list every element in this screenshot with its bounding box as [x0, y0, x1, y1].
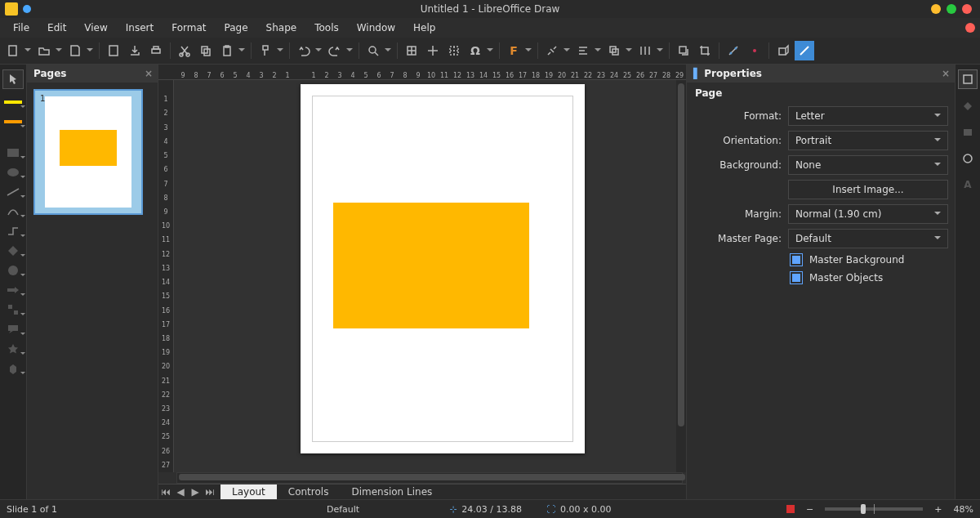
sidebar-tab-gallery[interactable] — [959, 123, 977, 141]
helplines-button[interactable] — [444, 41, 464, 60]
symbol-shapes-tool[interactable] — [3, 264, 23, 277]
status-layer[interactable]: Default — [327, 504, 359, 515]
properties-section-page[interactable]: Page — [687, 83, 955, 104]
zoom-slider[interactable] — [825, 507, 923, 511]
status-slide[interactable]: Slide 1 of 1 — [7, 504, 57, 515]
copy-button[interactable] — [196, 41, 216, 60]
export-pdf-button[interactable] — [104, 41, 123, 60]
basic-shapes-tool[interactable] — [3, 244, 23, 257]
flowchart-tool[interactable] — [3, 303, 23, 316]
grid-button[interactable] — [402, 41, 421, 60]
arrow-shapes-tool[interactable] — [3, 284, 23, 297]
svg-point-15 — [735, 47, 737, 50]
fill-color-tool[interactable] — [3, 115, 23, 128]
rectangle-shape[interactable] — [333, 203, 529, 328]
sidebar-tab-navigator[interactable] — [959, 150, 977, 167]
sidebar-tab-styles[interactable]: A — [959, 176, 977, 194]
callout-tool[interactable] — [3, 323, 23, 336]
undo-button[interactable] — [294, 41, 323, 60]
first-page-button[interactable]: ⏮ — [158, 485, 173, 499]
close-document-button[interactable] — [965, 23, 975, 33]
toggle-point-edit-button[interactable] — [724, 41, 743, 60]
sidebar-tab-properties[interactable] — [958, 69, 978, 89]
snap-guides-button[interactable] — [423, 41, 443, 60]
toggle-extrusion-button[interactable] — [773, 41, 793, 60]
minimize-button[interactable] — [931, 4, 941, 14]
format-select[interactable]: Letter — [788, 106, 948, 126]
paste-button[interactable] — [217, 41, 247, 60]
menu-window[interactable]: Window — [349, 20, 403, 36]
connector-tool[interactable] — [3, 225, 23, 238]
master-objects-checkbox[interactable] — [790, 271, 803, 284]
orientation-select[interactable]: Portrait — [788, 131, 948, 150]
arrange-button[interactable] — [604, 41, 634, 60]
gluepoints-button[interactable] — [745, 41, 764, 60]
status-signature-icon[interactable] — [786, 505, 795, 513]
open-button[interactable] — [34, 41, 64, 60]
zoom-button[interactable] — [363, 41, 393, 60]
distribute-button[interactable] — [635, 41, 665, 60]
maximize-button[interactable] — [947, 4, 956, 14]
next-page-button[interactable]: ▶ — [188, 485, 203, 499]
redo-button[interactable] — [325, 41, 354, 60]
prev-page-button[interactable]: ◀ — [173, 485, 188, 499]
fontwork-button[interactable]: F — [504, 41, 533, 60]
insert-image-button[interactable]: Insert Image... — [788, 180, 948, 199]
stars-tool[interactable] — [3, 342, 23, 355]
sidebar-tab-shapes[interactable] — [959, 97, 977, 115]
print-button[interactable] — [146, 41, 166, 60]
select-tool[interactable] — [2, 69, 24, 89]
close-properties-button[interactable]: × — [942, 68, 950, 79]
clone-formatting-button[interactable] — [256, 41, 285, 60]
3d-objects-tool[interactable] — [3, 362, 23, 375]
menu-help[interactable]: Help — [405, 20, 443, 36]
background-select[interactable]: None — [788, 155, 948, 175]
show-draw-functions-button[interactable] — [795, 41, 814, 60]
tab-dimension-lines[interactable]: Dimension Lines — [340, 485, 443, 499]
zoom-value[interactable]: 48% — [954, 504, 973, 515]
special-character-button[interactable]: Ω — [466, 41, 495, 60]
menu-format[interactable]: Format — [163, 20, 214, 36]
ellipse-tool[interactable] — [3, 166, 23, 179]
zoom-out-button[interactable]: − — [806, 504, 813, 515]
format-label: Format: — [693, 110, 782, 122]
menu-tools[interactable]: Tools — [306, 20, 347, 36]
last-page-button[interactable]: ⏭ — [203, 485, 217, 499]
master-background-label: Master Background — [809, 254, 904, 266]
save-button[interactable] — [65, 41, 95, 60]
line-tool[interactable] — [3, 185, 23, 199]
insert-hyperlink-button[interactable] — [542, 41, 572, 60]
curve-tool[interactable] — [3, 205, 23, 218]
vertical-scrollbar[interactable] — [676, 80, 686, 472]
horizontal-ruler[interactable]: 9876543211234567891011121314151617181920… — [158, 65, 686, 80]
svg-rect-21 — [8, 305, 12, 309]
close-pages-panel-button[interactable]: × — [145, 68, 153, 79]
menu-file[interactable]: File — [5, 20, 38, 36]
align-objects-button[interactable] — [573, 41, 603, 60]
svg-point-10 — [369, 47, 376, 53]
tab-controls[interactable]: Controls — [277, 485, 341, 499]
canvas[interactable] — [174, 80, 686, 472]
master-page-select[interactable]: Default — [788, 229, 948, 248]
zoom-in-button[interactable]: + — [934, 504, 942, 515]
tab-layout[interactable]: Layout — [220, 485, 277, 499]
menu-edit[interactable]: Edit — [39, 20, 74, 36]
menu-shape[interactable]: Shape — [258, 20, 305, 36]
rectangle-tool[interactable] — [3, 146, 23, 159]
close-window-button[interactable] — [962, 4, 972, 14]
horizontal-scrollbar[interactable] — [176, 472, 683, 484]
document-modified-indicator — [23, 5, 31, 13]
margin-select[interactable]: Normal (1.90 cm) — [788, 204, 948, 224]
menu-insert[interactable]: Insert — [118, 20, 162, 36]
vertical-ruler[interactable]: 1234567891011121314151617181920212223242… — [158, 80, 174, 472]
cut-button[interactable] — [175, 41, 194, 60]
new-document-button[interactable] — [3, 41, 33, 60]
menu-view[interactable]: View — [76, 20, 115, 36]
master-background-checkbox[interactable] — [790, 253, 803, 266]
export-button[interactable] — [125, 41, 145, 60]
page-thumbnail-1[interactable]: 1 — [33, 89, 143, 215]
crop-image-button[interactable] — [695, 41, 715, 60]
line-color-tool[interactable] — [3, 96, 23, 109]
shadow-button[interactable] — [674, 41, 693, 60]
menu-page[interactable]: Page — [216, 20, 256, 36]
